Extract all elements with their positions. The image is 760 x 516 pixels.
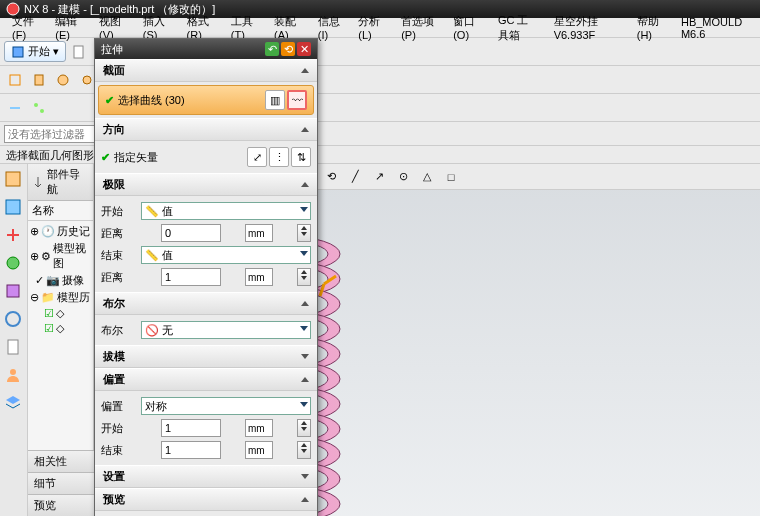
check-icon: ✔	[101, 151, 110, 163]
vector-row: ✔指定矢量 ⤢ ⋮ ⇅	[101, 145, 311, 169]
nav-browser-icon[interactable]	[2, 308, 24, 330]
nav-hd3d-icon[interactable]	[2, 280, 24, 302]
chevron-up-icon[interactable]	[301, 377, 309, 382]
dialog-undo-icon[interactable]: ↶	[265, 42, 279, 56]
vector-reverse-icon[interactable]: ⇅	[291, 147, 311, 167]
end-distance-input[interactable]	[161, 268, 221, 286]
section-header-preview: 预览	[95, 488, 317, 511]
menu-prefs[interactable]: 首选项(P)	[395, 12, 443, 43]
dialog-title: 拉伸	[101, 42, 123, 57]
menu-edit[interactable]: 编辑(E)	[49, 12, 89, 43]
tab-details[interactable]: 细节	[28, 472, 94, 494]
dialog-reset-icon[interactable]: ⟲	[281, 42, 295, 56]
nav-reuse-icon[interactable]	[2, 252, 24, 274]
offset-start-input[interactable]	[161, 419, 221, 437]
dialog-close-icon[interactable]: ✕	[297, 42, 311, 56]
spinner-icon[interactable]	[297, 419, 311, 437]
spinner-icon[interactable]	[297, 441, 311, 459]
section-header-limits: 极限	[95, 173, 317, 196]
svg-point-13	[7, 257, 19, 269]
tree-item-1: ☑◇	[30, 306, 91, 321]
tree-history: ⊕🕐历史记	[30, 223, 91, 240]
nav-tree[interactable]: ⊕🕐历史记 ⊕⚙模型视图 ✓📷摄像 ⊖📁模型历 ☑◇ ☑◇	[28, 221, 93, 338]
tool-extrude[interactable]	[28, 69, 50, 91]
svg-point-17	[10, 369, 16, 375]
tree-model-history: ⊖📁模型历	[30, 289, 91, 306]
tool-sketch[interactable]	[4, 69, 26, 91]
offset-start-label: 开始	[101, 421, 137, 436]
tree-cameras: ✓📷摄像	[30, 272, 91, 289]
dialog-titlebar[interactable]: 拉伸 ↶ ⟲ ✕	[95, 39, 317, 59]
start-mode-combo[interactable]: 📏 值	[141, 202, 311, 220]
nav-bottom-tabs: 相关性 细节 预览	[28, 450, 94, 516]
nav-column-name: 名称	[28, 201, 93, 221]
chevron-up-icon[interactable]	[301, 182, 309, 187]
nav-assembly-icon[interactable]	[2, 168, 24, 190]
pin-icon[interactable]	[32, 176, 44, 188]
boolean-label: 布尔	[101, 323, 137, 338]
tool-revolve[interactable]	[52, 69, 74, 91]
svg-point-6	[58, 75, 68, 85]
spinner-icon[interactable]	[297, 268, 311, 286]
svg-rect-14	[7, 285, 19, 297]
start-distance-input[interactable]	[161, 224, 221, 242]
check-icon: ✔	[105, 94, 114, 106]
vector-dialog-icon[interactable]: ⋮	[269, 147, 289, 167]
sketch-section-icon[interactable]: ▥	[265, 90, 285, 110]
tab-preview[interactable]: 预览	[28, 494, 94, 516]
nav-history-icon[interactable]	[2, 336, 24, 358]
chevron-down-icon[interactable]	[301, 354, 309, 359]
tree-model-views: ⊕⚙模型视图	[30, 240, 91, 272]
menu-window[interactable]: 窗口(O)	[447, 12, 488, 43]
menu-hbmould[interactable]: HB_MOULD M6.6	[675, 14, 754, 42]
chevron-up-icon[interactable]	[301, 68, 309, 73]
chevron-up-icon[interactable]	[301, 127, 309, 132]
vp-tool-9[interactable]: △	[416, 166, 438, 188]
unit-label: mm	[245, 268, 273, 286]
vp-tool-10[interactable]: □	[440, 166, 462, 188]
nav-layers-icon[interactable]	[2, 392, 24, 414]
menu-analysis[interactable]: 分析(L)	[352, 12, 391, 43]
svg-rect-1	[13, 47, 23, 57]
extrude-dialog: 拉伸 ↶ ⟲ ✕ 截面 ✔选择曲线 (30) ▥〰 方向 ✔指定矢量 ⤢ ⋮ ⇅…	[94, 38, 318, 516]
section-header-direction: 方向	[95, 118, 317, 141]
svg-point-10	[40, 109, 44, 113]
menu-gctoolbox[interactable]: GC 工具箱	[492, 11, 544, 45]
vp-tool-6[interactable]: ╱	[344, 166, 366, 188]
svg-point-7	[83, 76, 91, 84]
svg-rect-4	[10, 75, 20, 85]
end-dist-label: 距离	[101, 270, 137, 285]
nav-part-icon[interactable]	[2, 196, 24, 218]
svg-rect-16	[8, 340, 18, 354]
tool-new[interactable]	[68, 41, 90, 63]
end-mode-combo[interactable]: 📏 值	[141, 246, 311, 264]
menu-file[interactable]: 文件(F)	[6, 12, 45, 43]
vector-inferred-icon[interactable]: ⤢	[247, 147, 267, 167]
menu-help[interactable]: 帮助(H)	[631, 12, 671, 43]
chevron-up-icon[interactable]	[301, 301, 309, 306]
unit-label: mm	[245, 224, 273, 242]
tab-dependency[interactable]: 相关性	[28, 450, 94, 472]
curve-icon[interactable]: 〰	[287, 90, 307, 110]
start-button[interactable]: 开始▾	[4, 41, 66, 62]
boolean-combo[interactable]: 🚫 无	[141, 321, 311, 339]
section-header-offset: 偏置	[95, 368, 317, 391]
menu-plugin[interactable]: 星空外挂 V6.933F	[548, 12, 627, 43]
start-icon	[11, 45, 25, 59]
nav-roles-icon[interactable]	[2, 364, 24, 386]
vp-tool-8[interactable]: ⊙	[392, 166, 414, 188]
spinner-icon[interactable]	[297, 224, 311, 242]
vp-tool-7[interactable]: ↗	[368, 166, 390, 188]
tool-datum[interactable]	[4, 97, 26, 119]
tool-pattern[interactable]	[28, 97, 50, 119]
vp-tool-5[interactable]: ⟲	[320, 166, 342, 188]
offset-mode-combo[interactable]: 对称	[141, 397, 311, 415]
select-curve-row[interactable]: ✔选择曲线 (30) ▥〰	[98, 85, 314, 115]
offset-end-input[interactable]	[161, 441, 221, 459]
svg-rect-11	[6, 172, 20, 186]
chevron-up-icon[interactable]	[301, 497, 309, 502]
tree-item-2: ☑◇	[30, 321, 91, 336]
svg-rect-2	[74, 46, 83, 58]
chevron-down-icon[interactable]	[301, 474, 309, 479]
nav-constraint-icon[interactable]	[2, 224, 24, 246]
